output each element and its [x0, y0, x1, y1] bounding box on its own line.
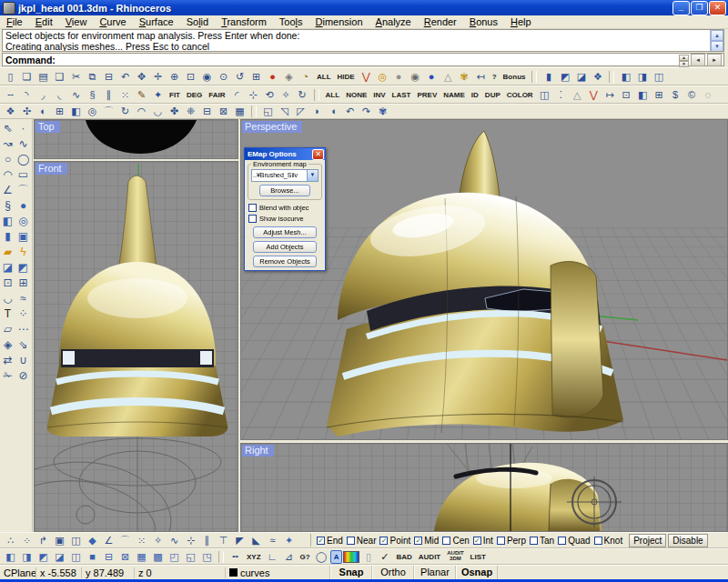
column-icon[interactable]: ▯ — [360, 550, 376, 564]
osnap-int[interactable]: ✓Int — [473, 536, 493, 546]
fair-icon[interactable]: FAIR — [206, 88, 228, 102]
rotate-view-icon[interactable]: ✛ — [150, 70, 166, 84]
curve-wave-icon[interactable]: ∿ — [68, 88, 84, 102]
circle-icon[interactable]: ○ — [0, 152, 15, 167]
refit-icon[interactable]: ↻ — [295, 88, 310, 102]
list-icon[interactable]: LIST — [468, 550, 489, 564]
hide-icon[interactable]: HIDE — [335, 70, 358, 84]
color-wheel-icon[interactable]: ◎ — [375, 70, 390, 84]
tool-icon[interactable]: ∴ — [3, 534, 18, 547]
panel-c-icon[interactable]: ◪ — [573, 70, 589, 84]
tube-icon[interactable]: ▣ — [15, 229, 31, 245]
tool-icon[interactable]: ◡ — [150, 105, 166, 118]
point-cloud-icon[interactable]: ⁙ — [117, 88, 133, 102]
box-c-icon[interactable]: ◫ — [651, 70, 666, 84]
tool-icon[interactable]: ↷ — [359, 105, 374, 118]
cone-icon[interactable]: △ — [440, 70, 456, 84]
menu-curve[interactable]: Curve — [93, 16, 132, 28]
tool-icon[interactable]: ▦ — [134, 550, 149, 564]
menu-edit[interactable]: Edit — [29, 16, 59, 28]
deg-icon[interactable]: DEG — [184, 88, 205, 102]
checkbox-unchecked[interactable] — [530, 537, 538, 545]
tool-icon[interactable]: ⁙ — [134, 534, 149, 547]
tool-icon[interactable]: ❖ — [3, 105, 18, 118]
checkbox-unchecked[interactable] — [442, 537, 450, 545]
emap-options-dialog[interactable]: EMap Options ✕ Environment map ..¥Brushe… — [244, 147, 326, 271]
new-icon[interactable]: ▯ — [3, 70, 18, 84]
osnap-near[interactable]: Near — [347, 536, 377, 546]
osnap-end[interactable]: ✓End — [317, 536, 343, 546]
undo-view-icon[interactable]: ↺ — [232, 70, 248, 84]
select-last-icon[interactable]: LAST — [389, 88, 414, 102]
box-icon[interactable]: ◧ — [0, 214, 15, 229]
explode-icon[interactable]: ϟ — [15, 245, 31, 260]
plane-icon[interactable]: ▱ — [0, 322, 15, 337]
minimize-button[interactable]: _ — [672, 1, 690, 15]
tool-icon[interactable]: ⁘ — [19, 534, 35, 547]
insert-knot-icon[interactable]: ⊹ — [246, 88, 261, 102]
linetype-icon[interactable]: ╌ — [3, 88, 18, 102]
fit-icon[interactable]: FIT — [167, 88, 183, 102]
tool-icon[interactable]: ◆ — [85, 534, 100, 547]
panel-a-icon[interactable]: ▮ — [541, 70, 556, 84]
viewport-front[interactable]: Front — [34, 161, 238, 532]
tool-icon[interactable]: ◪ — [52, 550, 67, 564]
zoom-extents-icon[interactable]: ⊙ — [216, 70, 231, 84]
command-history[interactable]: Select objects for environment map analy… — [2, 29, 724, 52]
help-icon[interactable]: ? — [490, 70, 500, 84]
tool-icon[interactable]: ⊠ — [117, 550, 133, 564]
tool-icon[interactable]: ◧ — [68, 105, 84, 118]
spin-up-icon[interactable]: ▲ — [679, 55, 689, 61]
tool-icon[interactable]: ⌒ — [101, 105, 116, 118]
audit-icon[interactable]: AUDIT — [416, 550, 443, 564]
current-layer-pane[interactable]: curves — [226, 566, 330, 579]
select-color-icon[interactable]: COLOR — [504, 88, 536, 102]
tool-icon[interactable]: ↻ — [117, 105, 133, 118]
select-blocks-icon[interactable]: ⊡ — [619, 88, 634, 102]
tool-icon[interactable]: ▩ — [150, 550, 166, 564]
select-surfaces-icon[interactable]: △ — [570, 88, 585, 102]
tool-icon[interactable]: ◰ — [167, 550, 182, 564]
show-isocurve-checkbox[interactable]: Show isocurve — [248, 215, 321, 223]
viewport-right-label[interactable]: Right — [242, 445, 274, 457]
tool-icon[interactable]: ⊤ — [216, 534, 231, 547]
curve-blend-icon[interactable]: ◞ — [35, 88, 51, 102]
tool-icon[interactable]: ■ — [85, 550, 100, 564]
checkbox-checked[interactable]: ✓ — [414, 537, 422, 545]
mirror-icon[interactable]: ⇄ — [0, 353, 15, 368]
select-name-icon[interactable]: NAME — [440, 88, 468, 102]
menu-file[interactable]: File — [0, 16, 29, 28]
checkbox-checked[interactable]: ✓ — [317, 537, 325, 545]
tool-icon[interactable]: ◹ — [277, 105, 292, 118]
select-none-icon[interactable]: NONE — [343, 88, 369, 102]
checkbox-unchecked[interactable] — [347, 537, 355, 545]
tool-icon[interactable]: ◸ — [293, 105, 308, 118]
menu-solid[interactable]: Solid — [180, 16, 215, 28]
tool-icon[interactable]: ▦ — [232, 105, 248, 118]
command-input[interactable]: Command: ▲ ▼ ◂ ▸ — [2, 53, 724, 66]
gradient-analysis-icon[interactable] — [343, 551, 359, 563]
tool-icon[interactable]: ⊹ — [183, 534, 198, 547]
select-curves-icon[interactable]: ◫ — [537, 88, 552, 102]
select-circle-icon[interactable]: © — [684, 88, 700, 102]
control-points-icon[interactable]: ⊞ — [15, 276, 31, 291]
box-b-icon[interactable]: ◨ — [634, 70, 650, 84]
menu-tools[interactable]: Tools — [273, 16, 309, 28]
select-invert-icon[interactable]: INV — [370, 88, 388, 102]
viewport-perspective-label[interactable]: Perspective — [242, 121, 302, 133]
tool-icon[interactable]: ◠ — [134, 105, 149, 118]
bend-icon[interactable]: ◡ — [0, 291, 15, 306]
statusbar-snap-toggle[interactable]: Snap — [330, 566, 372, 579]
tool-icon[interactable]: ✦ — [281, 534, 297, 547]
pointer-icon[interactable]: ⇖ — [0, 121, 15, 136]
checkbox-unchecked[interactable] — [558, 537, 566, 545]
menu-dimension[interactable]: Dimension — [309, 16, 369, 28]
remove-objects-button[interactable]: Remove Objects — [253, 256, 317, 267]
shade-icon[interactable]: ◈ — [281, 70, 297, 84]
menu-analyze[interactable]: Analyze — [369, 16, 418, 28]
tool-icon[interactable]: ↱ — [35, 534, 51, 547]
tool-icon[interactable]: ◨ — [19, 550, 35, 564]
adjust-seam-icon[interactable]: ◜ — [229, 88, 245, 102]
checkbox-unchecked[interactable] — [248, 215, 257, 223]
offset-icon[interactable]: ∥ — [101, 88, 116, 102]
